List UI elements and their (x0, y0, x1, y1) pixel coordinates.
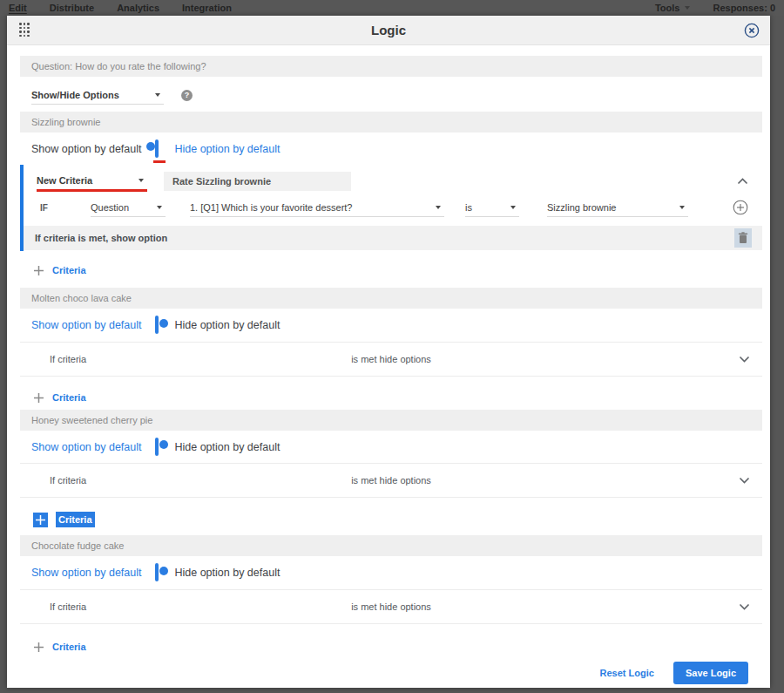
hide-option-label[interactable]: Hide option by default (174, 319, 280, 331)
hide-option-label[interactable]: Hide option by default (174, 143, 280, 155)
trash-icon[interactable] (734, 228, 752, 248)
default-visibility-row: Show option by default Hide option by de… (20, 556, 762, 589)
logic-type-value: Show/Hide Options (31, 90, 119, 100)
add-criteria-label: Criteria (56, 512, 95, 527)
show-option-label[interactable]: Show option by default (31, 319, 141, 331)
plus-icon (33, 265, 44, 276)
criteria-name-value: New Criteria (37, 175, 92, 186)
condition-question-value: 1. [Q1] Which is your favorite dessert? (190, 202, 352, 213)
add-criteria-label: Criteria (52, 392, 86, 403)
criteria-condition-row: IF Question 1. [Q1] Which is your favori… (24, 192, 762, 223)
modal-title: Logic (7, 23, 770, 37)
tab-integration[interactable]: Integration (182, 3, 232, 13)
tab-edit[interactable]: Edit (9, 3, 27, 13)
hide-option-label[interactable]: Hide option by default (174, 441, 280, 453)
add-criteria-button[interactable]: Criteria (20, 638, 762, 656)
toggle-knob (159, 319, 168, 328)
toggle-wrap (155, 439, 159, 455)
question-label: Question: How do you rate the following? (31, 61, 206, 71)
reset-logic-button[interactable]: Reset Logic (600, 668, 654, 678)
question-bar: Question: How do you rate the following? (20, 56, 762, 77)
criteria-name-dropdown[interactable]: New Criteria (37, 171, 147, 192)
logic-modal: Logic Question: How do you rate the foll… (7, 16, 770, 688)
collapsed-criteria-summary: is met hide options (20, 354, 762, 364)
condition-subject-value: Question (91, 202, 129, 213)
section-header: Chocolate fudge cake (20, 535, 762, 556)
collapsed-criteria-summary: is met hide options (20, 601, 762, 612)
criteria-result-row: If criteria is met, show option (24, 226, 762, 250)
collapsed-criteria-row[interactable]: is met hide options If criteria (20, 463, 762, 498)
collapsed-criteria-summary: is met hide options (20, 475, 762, 486)
tools-label: Tools (655, 3, 680, 13)
criteria-title-input[interactable] (164, 172, 351, 191)
default-visibility-row: Show option by default Hide option by de… (20, 309, 762, 342)
hide-option-label[interactable]: Hide option by default (174, 567, 280, 579)
responses-count: Responses: 0 (713, 3, 775, 13)
visibility-toggle[interactable] (155, 316, 159, 334)
plus-icon (33, 392, 44, 404)
show-option-label[interactable]: Show option by default (31, 441, 141, 453)
chevron-down-icon[interactable] (739, 356, 750, 363)
toggle-knob (159, 440, 168, 449)
plus-icon (33, 642, 44, 653)
collapsed-criteria-row[interactable]: is met hide options If criteria (20, 342, 762, 377)
collapsed-criteria-row[interactable]: is met hide options If criteria (20, 589, 762, 624)
condition-question-dropdown[interactable]: 1. [Q1] Which is your favorite dessert? (190, 198, 444, 217)
section-title: Molten choco lava cake (31, 293, 132, 303)
close-icon[interactable] (744, 23, 760, 38)
add-criteria-button[interactable]: Criteria (20, 262, 762, 279)
modal-header: Logic (7, 16, 770, 45)
toggle-wrap (155, 141, 159, 157)
tools-menu[interactable]: Tools (655, 3, 691, 13)
add-condition-icon[interactable] (733, 200, 748, 215)
default-visibility-row: Show option by default Hide option by de… (20, 431, 762, 463)
toggle-wrap (155, 317, 159, 333)
criteria-card: New Criteria IF Question 1. [Q1] Which i… (20, 165, 762, 251)
condition-subject-dropdown[interactable]: Question (91, 198, 166, 217)
chevron-down-icon (679, 206, 685, 209)
logic-type-row: Show/Hide Options ? (20, 83, 762, 107)
section-header: Honey sweetened cherry pie (20, 410, 762, 431)
logic-type-dropdown[interactable]: Show/Hide Options (31, 85, 164, 105)
app-top-bar: Edit Distribute Analytics Integration To… (0, 0, 784, 16)
section-title: Sizzling brownie (31, 117, 100, 127)
modal-footer: Reset Logic Save Logic (20, 658, 762, 688)
chevron-down-icon (510, 206, 516, 209)
condition-operator-dropdown[interactable]: is (465, 198, 519, 217)
add-criteria-button-highlighted[interactable]: Criteria (20, 511, 762, 528)
chevron-down-icon[interactable] (739, 477, 750, 484)
tab-analytics[interactable]: Analytics (117, 3, 159, 13)
visibility-toggle[interactable] (155, 438, 159, 456)
criteria-result-label: If criteria is met, show option (35, 233, 167, 243)
visibility-toggle[interactable] (155, 563, 159, 581)
add-criteria-label: Criteria (52, 265, 86, 275)
show-option-label[interactable]: Show option by default (31, 143, 141, 155)
plus-icon (33, 513, 48, 527)
section-title: Chocolate fudge cake (31, 540, 124, 551)
chevron-down-icon (685, 6, 690, 10)
toggle-wrap (155, 565, 159, 581)
save-logic-button[interactable]: Save Logic (673, 662, 748, 684)
toggle-knob (146, 142, 155, 151)
add-criteria-label: Criteria (52, 642, 86, 652)
show-option-label[interactable]: Show option by default (31, 567, 141, 579)
visibility-toggle[interactable] (155, 139, 159, 158)
chevron-down-icon[interactable] (739, 603, 750, 610)
chevron-down-icon (157, 206, 162, 209)
toggle-knob (159, 567, 168, 575)
add-criteria-button[interactable]: Criteria (20, 389, 762, 406)
condition-operator-value: is (465, 202, 472, 213)
chevron-down-icon (436, 206, 441, 209)
chevron-up-icon[interactable] (737, 178, 748, 185)
red-annotation-underline (153, 160, 166, 163)
condition-value-dropdown[interactable]: Sizzling brownie (547, 198, 688, 217)
section-header: Molten choco lava cake (20, 288, 762, 309)
tab-distribute[interactable]: Distribute (50, 3, 94, 13)
criteria-card-title-row: New Criteria (24, 165, 762, 192)
help-icon[interactable]: ? (181, 90, 193, 101)
section-header: Sizzling brownie (20, 112, 762, 132)
chevron-down-icon (139, 179, 144, 182)
if-label: IF (40, 203, 57, 213)
chevron-down-icon (155, 93, 160, 97)
modal-content: Question: How do you rate the following?… (7, 45, 770, 688)
